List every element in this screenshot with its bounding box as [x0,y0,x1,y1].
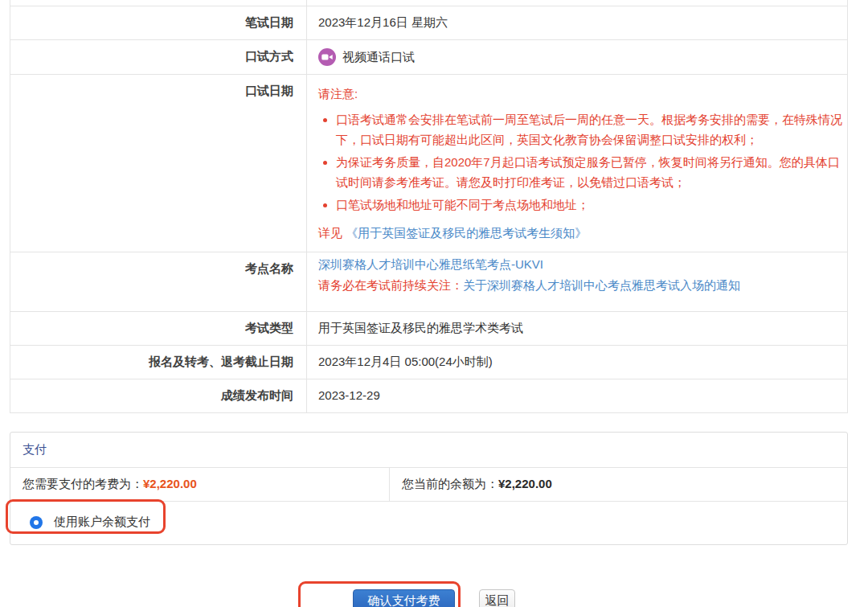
balance-cell: 您当前的余额为：¥2,220.00 [390,468,847,501]
table-row-clipped [10,0,847,6]
fee-amount: ¥2,220.00 [143,477,197,490]
balance-pay-radio-label[interactable]: 使用账户余额支付 [54,515,150,530]
deadline-value: 2023年12月4日 05:00(24小时制) [306,346,847,379]
payment-fee-row: 您需要支付的考费为：¥2,220.00 您当前的余额为：¥2,220.00 [10,468,847,502]
venue-notice-link[interactable]: 关于深圳赛格人才培训中心考点雅思考试入场的通知 [463,278,740,292]
see-also-prefix: 详见 [318,226,342,240]
table-row-speaking-format: 口试方式 视频通话口试 [10,39,847,74]
table-row-score-date: 成绩发布时间 2023-12-29 [10,379,847,412]
notice-title: 请注意: [318,84,845,104]
exam-type-value: 用于英国签证及移民的雅思学术类考试 [306,312,847,345]
table-row-speaking-date: 口试日期 请注意: 口语考试通常会安排在笔试前一周至笔试后一周的任意一天。根据考… [10,74,847,252]
score-date-label: 成绩发布时间 [10,379,306,412]
video-camera-icon [318,48,336,66]
score-date-value: 2023-12-29 [306,379,847,412]
payment-method-row: 使用账户余额支付 [10,502,847,544]
deadline-label: 报名及转考、退考截止日期 [10,346,306,379]
confirm-payment-button[interactable]: 确认支付考费 [353,589,455,607]
speaking-date-label: 口试日期 [10,75,306,252]
notice-list: 口语考试通常会安排在笔试前一周至笔试后一周的任意一天。根据考务安排的需要，在特殊… [318,109,845,215]
speaking-format-value: 视频通话口试 [342,50,415,65]
back-button[interactable]: 返回 [479,589,515,607]
table-row-deadline: 报名及转考、退考截止日期 2023年12月4日 05:00(24小时制) [10,345,847,379]
fee-cell: 您需要支付的考费为：¥2,220.00 [10,468,390,501]
exam-details-table: 笔试日期 2023年12月16日 星期六 口试方式 视频通话口试 口试日期 请注… [10,0,848,413]
payment-panel: 支付 您需要支付的考费为：¥2,220.00 您当前的余额为：¥2,220.00… [10,432,848,545]
candidate-notes-link[interactable]: 《用于英国签证及移民的雅思考试考生须知》 [346,226,587,240]
speaking-format-label: 口试方式 [10,40,306,74]
table-row-venue: 考点名称 深圳赛格人才培训中心雅思纸笔考点-UKVI 请务必在考试前持续关注：关… [10,252,847,311]
venue-notice-prefix: 请务必在考试前持续关注： [318,278,463,292]
payment-panel-title: 支付 [10,433,847,468]
balance-amount: ¥2,220.00 [498,477,552,490]
written-date-label: 笔试日期 [10,6,306,39]
exam-type-label: 考试类型 [10,312,306,345]
payment-confirmation-page: 笔试日期 2023年12月16日 星期六 口试方式 视频通话口试 口试日期 请注… [0,0,868,607]
see-also-line: 详见 《用于英国签证及移民的雅思考试考生须知》 [318,223,845,243]
table-row-exam-type: 考试类型 用于英国签证及移民的雅思学术类考试 [10,311,847,345]
notice-item: 口语考试通常会安排在笔试前一周至笔试后一周的任意一天。根据考务安排的需要，在特殊… [336,109,845,150]
venue-name-link[interactable]: 深圳赛格人才培训中心雅思纸笔考点-UKVI [318,257,543,271]
table-row-written-date: 笔试日期 2023年12月16日 星期六 [10,6,847,39]
written-date-value: 2023年12月16日 星期六 [306,6,847,39]
balance-label: 您当前的余额为： [402,477,498,490]
fee-label: 您需要支付的考费为： [23,477,143,490]
balance-pay-radio[interactable] [30,516,43,529]
action-buttons: 确认支付考费 返回 [0,589,868,607]
notice-item: 为保证考务质量，自2020年7月起口语考试预定服务已暂停，恢复时间将另行通知。您… [336,152,845,192]
notice-item: 口笔试场地和地址可能不同于考点场地和地址； [336,195,845,215]
venue-label: 考点名称 [10,252,306,311]
